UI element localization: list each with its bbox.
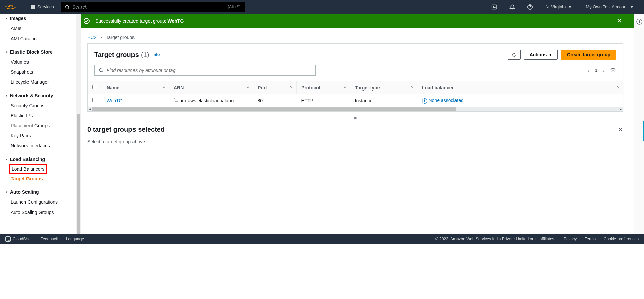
detail-panel: 0 target groups selected ✕ Select a targ… bbox=[76, 120, 634, 150]
panel-header: Target groups (1) Info Actions ▼ Create … bbox=[88, 44, 623, 63]
sidebar-item-snapshots[interactable]: Snapshots bbox=[0, 67, 76, 77]
breadcrumb-current: Target groups bbox=[106, 35, 135, 40]
account-selector[interactable]: My Own Test Account ▼ bbox=[581, 4, 639, 9]
row-name-link[interactable]: WebTG bbox=[107, 98, 123, 103]
prev-page-button[interactable]: ‹ bbox=[587, 67, 589, 74]
sidebar-item-network-interfaces[interactable]: Network Interfaces bbox=[0, 141, 76, 151]
create-target-group-button[interactable]: Create target group bbox=[561, 50, 616, 60]
chevron-right-icon: › bbox=[100, 35, 102, 40]
row-target-type: Instance bbox=[350, 94, 417, 107]
actions-button[interactable]: Actions ▼ bbox=[524, 50, 558, 60]
svg-point-1 bbox=[66, 5, 69, 8]
sidebar-head-auto-scaling[interactable]: Auto Scaling bbox=[0, 187, 76, 197]
caret-icon: ▼ bbox=[630, 4, 634, 9]
sidebar-item-security-groups[interactable]: Security Groups bbox=[0, 101, 76, 111]
col-name[interactable]: Name bbox=[102, 81, 169, 94]
close-icon[interactable]: ✕ bbox=[618, 126, 623, 134]
filter-row: ‹ 1 › bbox=[88, 63, 623, 81]
terms-link[interactable]: Terms bbox=[585, 237, 596, 241]
cloudshell-button[interactable]: ›_ CloudShell bbox=[5, 236, 32, 242]
target-groups-table: Name ARN Port Protocol Target type Load … bbox=[88, 81, 623, 107]
detail-body: Select a target group above. bbox=[87, 139, 623, 144]
table-header-row: Name ARN Port Protocol Target type Load … bbox=[88, 81, 623, 94]
help-icon[interactable] bbox=[523, 0, 537, 14]
cloudshell-icon[interactable] bbox=[488, 0, 501, 14]
alert-close-icon[interactable] bbox=[616, 18, 627, 24]
sidebar-item-elastic-ips[interactable]: Elastic IPs bbox=[0, 111, 76, 121]
svg-rect-6 bbox=[175, 98, 178, 101]
sidebar-item-ami-catalog[interactable]: AMI Catalog bbox=[0, 34, 76, 44]
sidebar-head-images[interactable]: Images bbox=[0, 16, 76, 23]
sidebar-head-network[interactable]: Network & Security bbox=[0, 91, 76, 101]
footer: ›_ CloudShell Feedback Language © 2023, … bbox=[0, 234, 644, 244]
sidebar-head-ebs[interactable]: Elastic Block Store bbox=[0, 47, 76, 57]
sidebar-item-lifecycle[interactable]: Lifecycle Manager bbox=[0, 77, 76, 87]
info-circle-icon bbox=[636, 18, 643, 25]
refresh-button[interactable] bbox=[508, 50, 521, 60]
account-label: My Own Test Account bbox=[586, 4, 628, 9]
row-port: 80 bbox=[253, 94, 297, 107]
col-port[interactable]: Port bbox=[253, 81, 297, 94]
sidebar-item-placement-groups[interactable]: Placement Groups bbox=[0, 121, 76, 131]
info-sidebar-tab[interactable] bbox=[634, 14, 644, 234]
info-icon: i bbox=[422, 98, 427, 104]
row-arn: arn:aws:elasticloadbalanci… bbox=[179, 98, 239, 103]
breadcrumb-root[interactable]: EC2 bbox=[87, 35, 96, 40]
search-input[interactable] bbox=[72, 4, 228, 10]
search-shortcut: [Alt+S] bbox=[228, 4, 241, 9]
sidebar-item-key-pairs[interactable]: Key Pairs bbox=[0, 131, 76, 141]
region-label: N. Virginia bbox=[546, 4, 566, 9]
col-arn[interactable]: ARN bbox=[169, 81, 253, 94]
settings-button[interactable] bbox=[610, 67, 616, 74]
row-checkbox[interactable] bbox=[92, 98, 97, 102]
svg-text:aws: aws bbox=[5, 3, 13, 7]
svg-point-4 bbox=[84, 18, 89, 24]
alert-link[interactable]: WebTG bbox=[168, 18, 184, 24]
col-load-balancer[interactable]: Load balancer bbox=[417, 81, 623, 94]
svg-point-8 bbox=[639, 20, 640, 21]
notifications-icon[interactable] bbox=[505, 0, 519, 14]
cookies-link[interactable]: Cookie preferences bbox=[604, 237, 639, 241]
privacy-link[interactable]: Privacy bbox=[564, 237, 577, 241]
sidebar-item-amis[interactable]: AMIs bbox=[0, 23, 76, 34]
table-h-scrollbar[interactable]: ◀ ▶ bbox=[88, 107, 623, 111]
pagination: ‹ 1 › bbox=[587, 67, 616, 74]
alert-text: Successfully created target group: WebTG bbox=[95, 18, 184, 24]
sidebar-item-target-groups[interactable]: Target Groups bbox=[0, 174, 76, 184]
next-page-button[interactable]: › bbox=[603, 67, 605, 74]
refresh-icon bbox=[512, 52, 517, 57]
services-label: Services bbox=[37, 4, 54, 9]
sidebar-item-volumes[interactable]: Volumes bbox=[0, 57, 76, 67]
drag-handle[interactable] bbox=[76, 117, 634, 120]
info-link[interactable]: Info bbox=[152, 52, 160, 57]
breadcrumb: EC2 › Target groups bbox=[76, 28, 634, 43]
detail-title: 0 target groups selected bbox=[87, 126, 165, 133]
row-lb-link[interactable]: None associated bbox=[429, 98, 464, 103]
language-link[interactable]: Language bbox=[66, 237, 84, 241]
sidebar-item-auto-scaling-groups[interactable]: Auto Scaling Groups bbox=[0, 207, 76, 217]
copy-icon[interactable] bbox=[174, 98, 178, 103]
sidebar-scrollbar[interactable] bbox=[76, 14, 81, 234]
scroll-right-icon[interactable]: ▶ bbox=[618, 107, 623, 111]
check-circle-icon bbox=[83, 18, 90, 24]
header-right: N. Virginia ▼ My Own Test Account ▼ bbox=[488, 0, 639, 14]
select-all-checkbox[interactable] bbox=[92, 85, 97, 89]
services-button[interactable]: Services bbox=[26, 2, 58, 12]
search-icon bbox=[65, 5, 70, 9]
caret-icon: ▼ bbox=[549, 53, 552, 57]
col-protocol[interactable]: Protocol bbox=[297, 81, 350, 94]
scroll-left-icon[interactable]: ◀ bbox=[88, 107, 92, 111]
sidebar-head-load-balancing[interactable]: Load Balancing bbox=[0, 154, 76, 164]
panel-title: Target groups bbox=[94, 51, 139, 59]
region-selector[interactable]: N. Virginia ▼ bbox=[541, 4, 577, 9]
filter-input[interactable] bbox=[94, 65, 316, 76]
success-alert: Successfully created target group: WebTG bbox=[76, 14, 634, 28]
search-wrap: [Alt+S] bbox=[61, 2, 245, 12]
table-row[interactable]: WebTG arn:aws:elasticloadbalanci… 80 HTT… bbox=[88, 94, 623, 107]
feedback-link[interactable]: Feedback bbox=[40, 237, 58, 241]
page-number: 1 bbox=[595, 68, 597, 73]
sidebar-item-launch-configurations[interactable]: Launch Configurations bbox=[0, 197, 76, 207]
col-target-type[interactable]: Target type bbox=[350, 81, 417, 94]
aws-logo[interactable]: aws bbox=[5, 3, 17, 11]
sidebar-item-load-balancers[interactable]: Load Balancers bbox=[9, 164, 47, 174]
